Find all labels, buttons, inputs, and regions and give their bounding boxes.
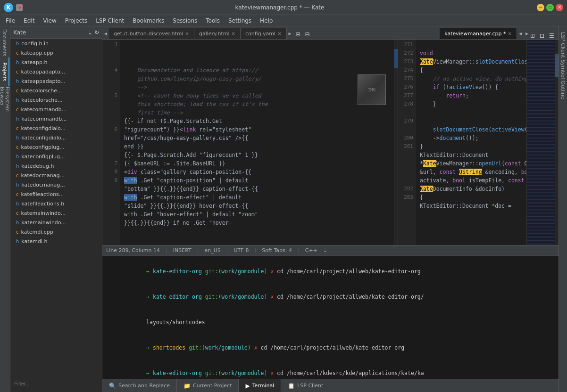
titlebar-left: K 📌 bbox=[4, 3, 23, 12]
file-item[interactable]: ckateconfigdialo... bbox=[10, 123, 102, 133]
file-item[interactable]: hkateappadapto... bbox=[10, 76, 102, 86]
tab-next-button[interactable]: ▸ bbox=[287, 28, 293, 39]
file-type-icon: h bbox=[16, 79, 19, 84]
code-area-right[interactable]: 271 272 273 274 275 276 277 278 279 280 bbox=[398, 40, 559, 245]
file-item[interactable]: hkatefileactions.h bbox=[10, 199, 102, 208]
file-item[interactable]: ckatedocmanag... bbox=[10, 171, 102, 180]
tab-right-new[interactable]: ⊞ bbox=[530, 33, 540, 39]
close-button[interactable]: ✕ bbox=[556, 4, 563, 11]
file-name: katemdi.cpp bbox=[21, 229, 53, 235]
file-item[interactable]: hkatedebug.h bbox=[10, 161, 102, 171]
editor-pane-left[interactable]: 3 4 5 6 bbox=[102, 40, 398, 245]
bottom-panel: → kate-editor-org git:(work/gomodule) ✗ … bbox=[102, 255, 559, 392]
tab-right-menu[interactable]: ☰ bbox=[549, 33, 559, 39]
editor-pane-right[interactable]: 271 272 273 274 275 276 277 278 279 280 bbox=[398, 40, 559, 245]
tab-prev-button[interactable]: ◂ bbox=[102, 28, 109, 39]
code-content-left[interactable]: Documentation and licence at https:// gi… bbox=[120, 40, 394, 245]
sidebar-item-filesystem[interactable]: Filesystem Browser bbox=[1, 87, 9, 115]
menu-file[interactable]: File bbox=[2, 16, 19, 25]
file-item[interactable]: hkatecolorsche... bbox=[10, 95, 102, 105]
file-item[interactable]: hconfig.h.in bbox=[10, 39, 102, 48]
tab-terminal[interactable]: ▶ Terminal bbox=[239, 379, 281, 392]
menu-view[interactable]: View bbox=[39, 16, 60, 25]
file-name: katefileactions.h bbox=[21, 201, 64, 207]
status-syntax[interactable]: C++ bbox=[305, 247, 317, 253]
file-type-icon: h bbox=[16, 98, 19, 103]
file-name: kateconfigplug... bbox=[21, 144, 65, 150]
code-area-left[interactable]: 3 4 5 6 bbox=[102, 40, 398, 245]
file-name: katemdi.h bbox=[21, 238, 47, 245]
file-item[interactable]: ckatemdi.cpp bbox=[10, 227, 102, 237]
file-item[interactable]: hkatedocmanag... bbox=[10, 180, 102, 189]
status-indent[interactable]: Soft Tabs: 4 bbox=[262, 247, 292, 253]
file-item[interactable]: ckateappadapto... bbox=[10, 67, 102, 76]
menu-sessions[interactable]: Sessions bbox=[169, 16, 201, 25]
file-item[interactable]: ckateconfigplug... bbox=[10, 142, 102, 152]
tab-gallery[interactable]: gallery.html ✕ bbox=[194, 28, 241, 39]
file-name: katemainwindo... bbox=[21, 220, 66, 226]
file-item[interactable]: hkatemainwindo... bbox=[10, 218, 102, 227]
tab-lsp-client[interactable]: 📋 LSP Client bbox=[281, 379, 330, 392]
filter-input-field[interactable] bbox=[14, 381, 98, 386]
terminal-icon: ▶ bbox=[245, 383, 250, 389]
tab-config-yaml[interactable]: config.yaml ✕ bbox=[241, 28, 287, 39]
tab-close-icon[interactable]: ✕ bbox=[277, 31, 281, 36]
tab-get-it-button[interactable]: get-it-button-discover.html ✕ bbox=[109, 28, 194, 39]
file-item[interactable]: hkateconfigplug... bbox=[10, 152, 102, 161]
terminal-content[interactable]: → kate-editor-org git:(work/gomodule) ✗ … bbox=[102, 256, 559, 379]
tab-label: gallery.html bbox=[199, 31, 230, 37]
tab-close-icon[interactable]: ✕ bbox=[185, 31, 189, 36]
file-item[interactable]: hkatecommandb... bbox=[10, 114, 102, 123]
file-panel-expand[interactable]: ⌄ bbox=[88, 29, 92, 36]
tab-close-icon[interactable]: ✕ bbox=[508, 31, 512, 36]
term-line-1: → kate-editor-org git:(work/gomodule) ✗ … bbox=[107, 259, 554, 284]
sidebar-item-projects[interactable]: Projects bbox=[1, 57, 9, 86]
tab-right-next[interactable]: ▸ bbox=[524, 28, 530, 39]
menu-bookmarks[interactable]: Bookmarks bbox=[129, 16, 168, 25]
current-project-icon: 📁 bbox=[183, 383, 191, 389]
tab-new-window-icon[interactable]: ⊞ bbox=[293, 30, 303, 39]
pin-icon[interactable]: 📌 bbox=[16, 4, 23, 11]
sidebar-lsp-outline[interactable]: LSP Client Symbol Outline bbox=[559, 28, 567, 103]
file-item[interactable]: ckateapp.cpp bbox=[10, 48, 102, 57]
menu-settings[interactable]: Settings bbox=[225, 16, 255, 25]
file-panel: Kate ⌄ ↻ hconfig.h.inckateapp.cpphkateap… bbox=[10, 26, 102, 392]
file-item[interactable]: ckatefileactions... bbox=[10, 189, 102, 199]
menu-edit[interactable]: Edit bbox=[20, 16, 38, 25]
tab-right-split[interactable]: ⊟ bbox=[540, 33, 549, 39]
maximize-button[interactable]: □ bbox=[546, 4, 554, 11]
code-content-right[interactable]: void KateViewManager::slotDocumentClose(… bbox=[416, 40, 526, 245]
status-mode: INSERT bbox=[173, 247, 192, 253]
file-item[interactable]: hkatemdi.h bbox=[10, 237, 102, 246]
term-line-4: → kate-editor-org git:(work/gomodule) ✗ … bbox=[107, 360, 554, 379]
tab-search-replace[interactable]: 🔍 Search and Replace bbox=[102, 379, 177, 392]
tab-search-replace-label: Search and Replace bbox=[118, 383, 170, 389]
scrollbar-left[interactable] bbox=[394, 40, 398, 245]
file-name: config.h.in bbox=[21, 41, 49, 47]
menu-projects[interactable]: Projects bbox=[61, 16, 91, 25]
tab-right-prev[interactable]: ◂ bbox=[517, 28, 524, 39]
search-replace-icon: 🔍 bbox=[109, 383, 116, 389]
tab-current-project[interactable]: 📁 Current Project bbox=[177, 379, 239, 392]
menu-help[interactable]: Help bbox=[256, 16, 276, 25]
tab-kateviewmanager[interactable]: kateviewmanager.cpp * ✕ bbox=[440, 28, 517, 39]
file-name: katecolorsche... bbox=[21, 88, 62, 94]
menu-tools[interactable]: Tools bbox=[202, 16, 224, 25]
tab-close-icon[interactable]: ✕ bbox=[232, 31, 235, 36]
tab-split-icon[interactable]: ⊟ bbox=[303, 30, 312, 39]
file-panel-refresh[interactable]: ↻ bbox=[94, 29, 99, 36]
file-type-icon: c bbox=[16, 145, 19, 150]
file-item[interactable]: ckatecolorsche... bbox=[10, 86, 102, 95]
status-syntax-arrow[interactable]: ⌄ bbox=[323, 247, 327, 253]
file-item[interactable]: ckatecommandb... bbox=[10, 105, 102, 114]
menu-lsp-client[interactable]: LSP Client bbox=[92, 16, 128, 25]
sidebar-item-documents[interactable]: Documents bbox=[1, 28, 9, 57]
line-numbers-right: 271 272 273 274 275 276 277 278 279 280 bbox=[398, 40, 416, 245]
minimize-button[interactable]: ─ bbox=[537, 4, 544, 11]
file-item[interactable]: hkateconfigdialo... bbox=[10, 133, 102, 142]
file-item[interactable]: ckatemainwindo... bbox=[10, 208, 102, 218]
scrollbar-right[interactable] bbox=[555, 40, 559, 245]
file-item[interactable]: hkateapp.h bbox=[10, 57, 102, 67]
menubar: File Edit View Projects LSP Client Bookm… bbox=[0, 15, 567, 26]
file-name: kateconfigdialo... bbox=[21, 125, 66, 131]
